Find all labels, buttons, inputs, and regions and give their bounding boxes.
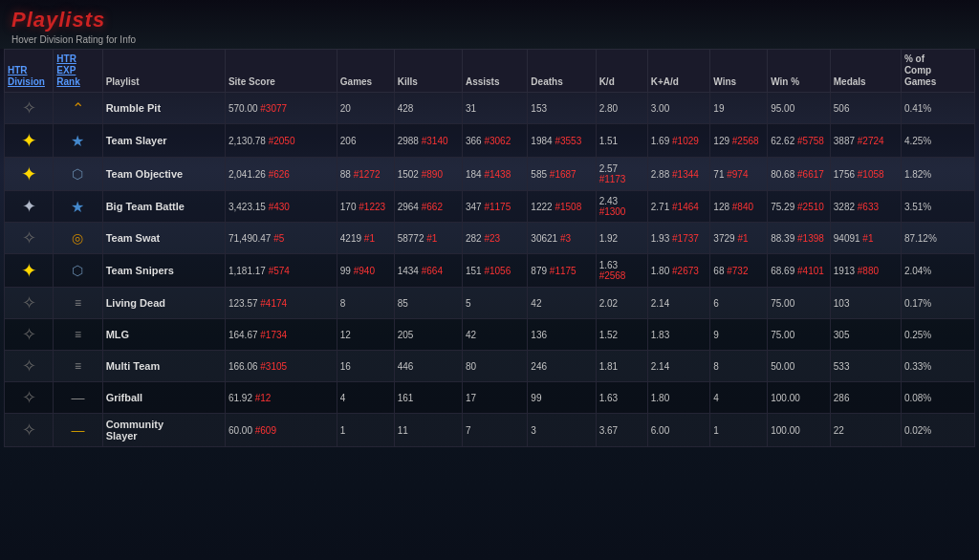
- games-value: 8: [340, 298, 346, 309]
- playlist-name-cell[interactable]: Team Slayer: [102, 124, 225, 158]
- games-value: 88: [340, 169, 351, 180]
- wins-cell: 128 #840: [710, 191, 768, 223]
- kd-value: 2.02: [599, 298, 618, 309]
- rank-chevron-icon: ⌃: [72, 100, 84, 117]
- assists-value: 7: [466, 425, 471, 436]
- page-subtitle: Hover Division Rating for Info: [11, 34, 968, 45]
- kd-cell: 2.57 #1173: [596, 158, 647, 191]
- table-row[interactable]: ✧ ≡ Living Dead 123.57 #4174 8 85 5 42 2…: [5, 288, 975, 319]
- assists-value: 151: [466, 266, 482, 276]
- col-htr-division[interactable]: HTRDivision: [5, 50, 54, 93]
- kd-value: 1.63: [599, 260, 618, 270]
- page-header: Playlists Hover Division Rating for Info: [0, 0, 979, 49]
- kad-value: 3.00: [651, 103, 669, 114]
- site-score-cell: 123.57 #4174: [225, 288, 337, 319]
- assists-cell: 184 #1438: [462, 158, 527, 191]
- deaths-cell: 1222 #1508: [528, 191, 596, 223]
- table-row[interactable]: ✧ — CommunitySlayer 60.00 #609 1 11 7 3 …: [5, 414, 975, 447]
- assists-cell: 282 #23: [462, 223, 527, 254]
- kills-cell: 428: [394, 93, 462, 124]
- playlist-name-cell[interactable]: Team Swat: [102, 223, 225, 254]
- medals-value: 1756: [834, 169, 855, 180]
- medals-value: 305: [834, 330, 850, 340]
- playlist-name-cell[interactable]: CommunitySlayer: [102, 414, 225, 447]
- playlist-name-cell[interactable]: MLG: [102, 319, 225, 351]
- wins-value: 68: [713, 266, 724, 276]
- site-score-value: 570.00: [228, 103, 258, 114]
- htr-division-link[interactable]: HTRDivision: [8, 65, 45, 87]
- playlist-name-cell[interactable]: Big Team Battle: [102, 191, 225, 223]
- kad-cell: 2.14: [647, 288, 710, 319]
- kd-value: 1.81: [599, 361, 618, 372]
- deaths-cell: 99: [528, 382, 596, 414]
- medals-cell: 1756 #1058: [830, 158, 901, 191]
- games-value: 170: [340, 202, 357, 212]
- win-pct-cell: 75.00: [768, 288, 831, 319]
- playlists-table-container: HTRDivision HTREXPRank Playlist Site Sco…: [0, 49, 979, 447]
- rank-value: #1173: [599, 174, 626, 184]
- medals-cell: 533: [830, 351, 901, 382]
- rank-value: #664: [422, 266, 443, 276]
- kad-cell: 1.69 #1029: [647, 124, 710, 158]
- rank-value: #2050: [269, 136, 295, 146]
- div-icon-cell: ✧: [5, 351, 54, 382]
- table-row[interactable]: ✧ — Grifball 61.92 #12 4 161 17 99 1.63 …: [5, 382, 975, 414]
- kills-cell: 58772 #1: [394, 223, 462, 254]
- col-games: Games: [337, 50, 394, 93]
- rank-icon-cell: ⌃: [54, 93, 102, 124]
- rank-value: #2510: [797, 202, 824, 212]
- pct-comp-value: 3.51%: [904, 202, 931, 212]
- site-score-value: 71,490.47: [228, 233, 272, 244]
- kills-value: 446: [398, 361, 414, 372]
- playlist-name: Team Objective: [106, 168, 184, 180]
- medals-cell: 3282 #633: [830, 191, 901, 223]
- medals-cell: 103: [830, 288, 901, 319]
- games-cell: 8: [337, 288, 394, 319]
- playlist-name-cell[interactable]: Multi Team: [102, 351, 225, 382]
- playlist-name-cell[interactable]: Living Dead: [102, 288, 225, 319]
- col-kills: Kills: [394, 50, 462, 93]
- table-row[interactable]: ✦ ⬡ Team Snipers 1,181.17 #574 99 #940 1…: [5, 254, 975, 288]
- medals-value: 22: [834, 425, 844, 436]
- kad-cell: 1.80 #2673: [647, 254, 710, 288]
- kd-cell: 2.02: [596, 288, 647, 319]
- div-icon-cell: ✧: [5, 93, 54, 124]
- rank-value: #840: [732, 202, 753, 212]
- col-htr-exp[interactable]: HTREXPRank: [54, 50, 102, 93]
- rank-value: #974: [727, 169, 748, 180]
- pct-comp-value: 1.82%: [904, 169, 931, 180]
- div-icon-cell: ✦: [5, 191, 54, 223]
- assists-cell: 42: [462, 319, 527, 351]
- table-row[interactable]: ✦ ⬡ Team Objective 2,041.26 #626 88 #127…: [5, 158, 975, 191]
- medals-cell: 305: [830, 319, 901, 351]
- assists-value: 42: [466, 330, 476, 340]
- playlist-name-cell[interactable]: Rumble Pit: [102, 93, 225, 124]
- pct-comp-cell: 1.82%: [901, 158, 974, 191]
- games-value: 16: [340, 361, 351, 372]
- playlist-name-cell[interactable]: Team Objective: [102, 158, 225, 191]
- playlist-name: Team Slayer: [106, 135, 167, 146]
- win-pct-cell: 68.69 #4101: [768, 254, 831, 288]
- games-cell: 12: [337, 319, 394, 351]
- kad-value: 1.80: [651, 393, 669, 403]
- rank-value: #2568: [599, 270, 626, 281]
- deaths-value: 30621: [531, 233, 557, 244]
- site-score-value: 164.67: [228, 330, 258, 340]
- deaths-cell: 136: [528, 319, 596, 351]
- playlist-name-cell[interactable]: Team Snipers: [102, 254, 225, 288]
- assists-value: 31: [466, 103, 476, 114]
- kad-value: 1.83: [651, 330, 669, 340]
- table-row[interactable]: ✧ ≡ MLG 164.67 #1734 12 205 42 136 1.52 …: [5, 319, 975, 351]
- table-row[interactable]: ✦ ★ Team Slayer 2,130.78 #2050 206 2988 …: [5, 124, 975, 158]
- table-row[interactable]: ✦ ★ Big Team Battle 3,423.15 #430 170 #1…: [5, 191, 975, 223]
- medals-value: 533: [834, 361, 850, 372]
- htr-exp-link[interactable]: HTREXPRank: [56, 54, 79, 87]
- playlist-name-cell[interactable]: Grifball: [102, 382, 225, 414]
- kills-cell: 2964 #662: [394, 191, 462, 223]
- table-row[interactable]: ✧ ◎ Team Swat 71,490.47 #5 4219 #1 58772…: [5, 223, 975, 254]
- table-row[interactable]: ✧ ≡ Multi Team 166.06 #3105 16 446 80 24…: [5, 351, 975, 382]
- kad-cell: 6.00: [647, 414, 710, 447]
- table-row[interactable]: ✧ ⌃ Rumble Pit 570.00 #3077 20 428 31 15…: [5, 93, 975, 124]
- assists-value: 282: [466, 233, 482, 244]
- kd-value: 2.80: [599, 103, 618, 114]
